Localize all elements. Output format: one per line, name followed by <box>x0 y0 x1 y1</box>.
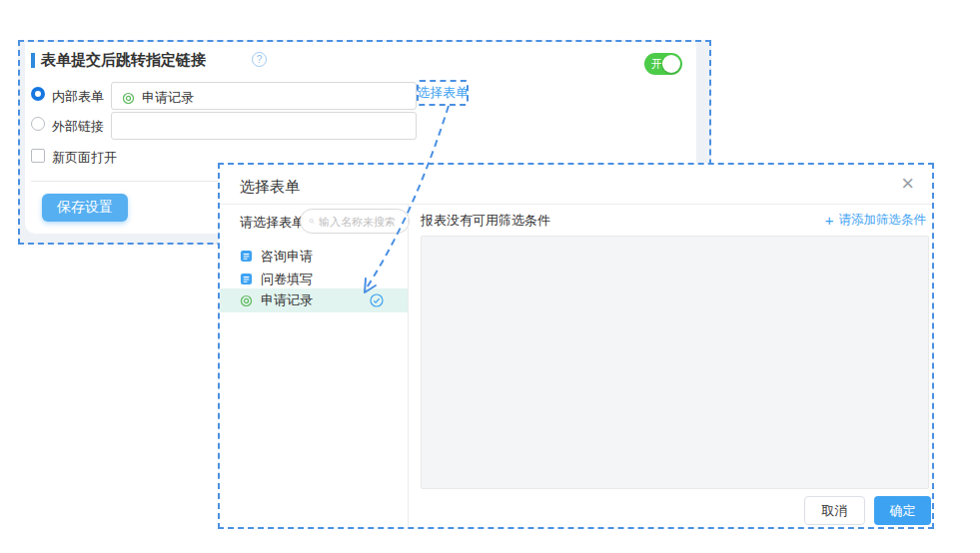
target-icon <box>122 92 135 105</box>
modal-title: 选择表单 <box>240 178 300 197</box>
internal-form-radio[interactable] <box>31 87 45 101</box>
form-list-item-selected[interactable]: 申请记录 <box>220 288 409 312</box>
internal-form-label: 内部表单 <box>52 88 104 106</box>
filter-placeholder-area <box>421 236 929 489</box>
external-link-radio[interactable] <box>31 117 45 131</box>
form-doc-icon <box>240 250 253 263</box>
form-list-item[interactable]: 咨询申请 <box>220 245 409 268</box>
external-link-input[interactable] <box>111 112 417 140</box>
save-settings-button[interactable]: 保存设置 <box>42 194 128 222</box>
form-list-item-label: 申请记录 <box>261 291 313 309</box>
check-circle-icon <box>370 293 384 307</box>
new-page-checkbox-label: 新页面打开 <box>52 149 117 167</box>
form-list-item-label: 问卷填写 <box>261 271 313 288</box>
internal-form-value-box[interactable]: 申请记录 <box>111 82 417 110</box>
select-form-link-highlight: 选择表单 <box>417 80 469 106</box>
confirm-button[interactable]: 确定 <box>874 496 931 525</box>
enabled-toggle[interactable]: 开 <box>644 53 682 75</box>
plus-icon: + <box>825 214 834 228</box>
no-filter-text: 报表没有可用筛选条件 <box>421 212 550 230</box>
section-title-bar <box>31 53 35 68</box>
form-search-box <box>300 209 410 234</box>
form-search-input[interactable] <box>319 216 403 228</box>
selected-form-text: 申请记录 <box>142 89 194 107</box>
form-doc-icon <box>240 273 253 285</box>
add-filter-link[interactable]: + 请添加筛选条件 <box>825 212 926 229</box>
select-form-link[interactable]: 选择表单 <box>417 84 469 102</box>
target-icon <box>240 294 253 307</box>
add-filter-label: 请添加筛选条件 <box>839 212 927 229</box>
search-icon <box>309 215 315 228</box>
modal-column-divider <box>408 204 409 527</box>
external-link-label: 外部链接 <box>52 118 104 136</box>
help-icon[interactable]: ? <box>252 52 267 67</box>
form-list-item[interactable]: 问卷填写 <box>220 268 409 290</box>
select-form-modal: 选择表单 × 请选择表单 咨询申请 问卷填写 <box>218 163 934 529</box>
selected-form-value: 申请记录 <box>122 89 194 107</box>
modal-header-divider <box>220 204 932 205</box>
toggle-on-label: 开 <box>651 57 662 72</box>
form-list-label: 请选择表单 <box>240 214 305 232</box>
toggle-knob <box>662 55 680 73</box>
cancel-button[interactable]: 取消 <box>804 496 865 525</box>
close-icon[interactable]: × <box>901 171 914 197</box>
settings-title: 表单提交后跳转指定链接 <box>41 51 206 70</box>
new-page-checkbox[interactable] <box>31 149 45 163</box>
form-list-item-label: 咨询申请 <box>261 248 313 266</box>
page: 表单提交后跳转指定链接 ? 开 内部表单 申请记录 选择表单 <box>0 0 980 553</box>
